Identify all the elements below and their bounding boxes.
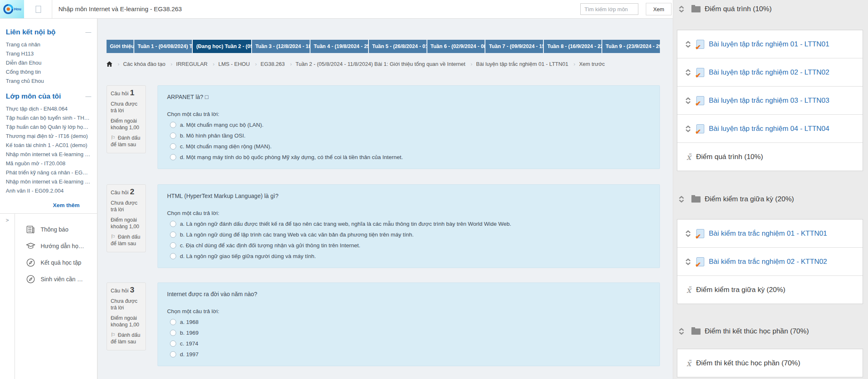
quiz-link[interactable]: Bài luyện tập trắc nghiệm 04 - LTTN04 <box>709 125 829 133</box>
quiz-link[interactable]: Bài kiểm tra trắc nghiệm 01 - KTTN01 <box>709 229 827 238</box>
search-button[interactable]: Xem <box>646 3 672 15</box>
tab-tuan-3[interactable]: Tuần 3 - (12/8/2024 - 18… <box>252 40 310 53</box>
move-icon[interactable] <box>678 328 685 335</box>
grade-card: ✔ Bài kiểm tra trắc nghiệm 01 - KTTN01 ✔… <box>677 219 863 304</box>
course-link[interactable]: Phát triển kỹ năng cá nhân - EG… <box>6 168 91 177</box>
sidebar-link[interactable]: Cổng thông tin <box>6 68 91 77</box>
search-input[interactable] <box>580 3 638 15</box>
answer-option-a[interactable]: a. Là ngôn ngữ đánh dấu được thiết kế ra… <box>170 221 650 227</box>
move-icon[interactable] <box>685 97 691 104</box>
answer-option-d[interactable]: d. Một mạng máy tính do bộ quốc phòng Mỹ… <box>170 154 650 160</box>
course-title: Nhập môn Internet và E-learning - EG38.2… <box>58 0 182 18</box>
grade-item-lttn03: ✔ Bài luyện tập trắc nghiệm 03 - LTTN03 <box>677 86 863 114</box>
breadcrumb-item[interactable]: LMS - EHOU <box>218 61 250 67</box>
radio-button[interactable] <box>170 330 176 336</box>
course-link[interactable]: Kế toán tài chính 1 - AC01 (demo) <box>6 141 91 150</box>
quiz-link[interactable]: Bài luyện tập trắc nghiệm 02 - LTTN02 <box>709 68 829 77</box>
flag-question-link[interactable]: ⚐ Đánh dấu để làm sau <box>111 234 142 247</box>
sidebar-link[interactable]: Diễn đàn Ehou <box>6 58 91 68</box>
main-content: Giới thiệu Tuần 1 - (04/08/2024) Tì… (Đa… <box>98 18 673 379</box>
radio-button[interactable] <box>170 122 176 128</box>
radio-button[interactable] <box>170 319 176 325</box>
move-icon[interactable] <box>685 69 691 76</box>
tab-tuan-8[interactable]: Tuần 8 - (16/9/2024 - 22… <box>544 40 601 53</box>
flag-icon: ⚐ <box>111 234 116 240</box>
quiz-icon: ✔ <box>696 68 704 77</box>
breadcrumb-item[interactable]: Bài luyện tập trắc nghiệm 01 - LTTN01 <box>476 61 568 67</box>
tab-tuan-7[interactable]: Tuần 7 - (09/9/2024 - 15… <box>485 40 543 53</box>
expand-arrow-icon[interactable]: > <box>6 217 9 223</box>
move-icon[interactable] <box>678 6 685 12</box>
radio-button[interactable] <box>170 242 176 249</box>
radio-button[interactable] <box>170 221 176 227</box>
answer-option-c[interactable]: c. Một chuẩn mạng diện rộng (MAN). <box>170 143 650 150</box>
answer-option-a[interactable]: a. 1968 <box>170 319 650 325</box>
tab-tuan-6[interactable]: Tuần 6 - (02/9/2024 - 08… <box>427 40 485 53</box>
tab-tuan-1[interactable]: Tuần 1 - (04/08/2024) Tì… <box>134 40 192 53</box>
radio-button[interactable] <box>170 351 176 357</box>
course-link[interactable]: Tập huấn cán bộ tuyển sinh - TH… <box>6 113 91 123</box>
answer-option-b[interactable]: b. 1969 <box>170 330 650 336</box>
menu-item-student-needs[interactable]: Sinh viên cần … <box>15 271 97 287</box>
answer-option-b[interactable]: b. Là ngôn ngữ dùng để lập trình các tra… <box>170 232 650 238</box>
tab-tuan-9[interactable]: Tuần 9 - (23/9/2024 - 29… <box>602 40 660 53</box>
menu-item-results[interactable]: Kết quả học tập <box>15 254 97 271</box>
breadcrumb-item[interactable]: IRREGULAR <box>176 61 208 67</box>
grade-item-lttn04: ✔ Bài luyện tập trắc nghiệm 04 - LTTN04 <box>677 114 863 142</box>
course-link[interactable]: Anh văn II - EG09.2.004 <box>6 186 91 196</box>
sidebar-link[interactable]: Trang cá nhân <box>6 40 91 49</box>
answer-option-d[interactable]: d. Là ngôn ngữ giao tiếp giữa người dùng… <box>170 253 650 259</box>
question-number: 1 <box>130 88 135 97</box>
answer-option-c[interactable]: c. Địa chỉ dùng để xác định đối tượng nh… <box>170 242 650 249</box>
answer-option-c[interactable]: c. 1974 <box>170 340 650 347</box>
radio-button[interactable] <box>170 143 176 150</box>
ehou-logo[interactable]: Hou <box>0 0 24 18</box>
folder-icon <box>691 6 701 12</box>
breadcrumb-item[interactable]: Tuần 2 - (05/8/2024 - 11/8/2024) Bài 1: … <box>296 61 466 67</box>
tab-tuan-2-active[interactable]: (Đang học) Tuần 2 - (05… <box>193 40 251 53</box>
answer-option-b[interactable]: b. Mô hình phân tầng OSI. <box>170 133 650 139</box>
menu-item-study-guide[interactable]: Hướng dẫn họ… <box>15 238 97 254</box>
question-block-1: Câu hỏi 1 Chưa được trả lời Điểm ngoài k… <box>107 85 660 169</box>
move-icon[interactable] <box>685 126 691 132</box>
course-link[interactable]: Tập huấn cán bộ Quản lý lớp họ… <box>6 123 91 132</box>
nav-toggle-icon[interactable] <box>36 6 41 13</box>
course-link[interactable]: Thương mại điện tử - IT16 (demo) <box>6 132 91 141</box>
breadcrumb-home[interactable] <box>107 61 114 67</box>
sidebar-link[interactable]: Trang H113 <box>6 49 91 58</box>
collapse-minus-icon[interactable]: — <box>85 29 91 35</box>
move-icon[interactable] <box>685 258 691 265</box>
answer-option-d[interactable]: d. 1997 <box>170 351 650 357</box>
answer-option-a[interactable]: a. Một chuẩn mạng cục bộ (LAN). <box>170 122 650 128</box>
collapse-minus-icon[interactable]: — <box>85 93 91 99</box>
move-icon[interactable] <box>678 196 685 203</box>
see-more-link[interactable]: Xem thêm <box>6 202 91 208</box>
quiz-link[interactable]: Bài kiểm tra trắc nghiệm 02 - KTTN02 <box>709 258 827 266</box>
move-icon[interactable] <box>685 41 691 48</box>
home-icon <box>107 61 112 67</box>
mean-xbar-icon: x̄ <box>686 358 691 368</box>
flag-question-link[interactable]: ⚐ Đánh dấu để làm sau <box>111 135 142 148</box>
sidebar-collapse-strip[interactable]: > <box>0 214 15 379</box>
flag-question-link[interactable]: ⚐ Đánh dấu để làm sau <box>111 332 142 345</box>
move-icon[interactable] <box>685 230 691 237</box>
quiz-link[interactable]: Bài luyện tập trắc nghiệm 01 - LTTN01 <box>709 40 829 48</box>
tab-tuan-4[interactable]: Tuần 4 - (19/8/2024 - 25… <box>310 40 368 53</box>
menu-item-notifications[interactable]: Thông báo <box>15 221 97 238</box>
radio-button[interactable] <box>170 232 176 238</box>
radio-button[interactable] <box>170 340 176 347</box>
radio-button[interactable] <box>170 253 176 259</box>
radio-button[interactable] <box>170 154 176 160</box>
breadcrumb-item[interactable]: EG38.263 <box>260 61 285 67</box>
course-link[interactable]: Thực tập dịch - EN48.064 <box>6 104 91 113</box>
quiz-link[interactable]: Bài luyện tập trắc nghiệm 03 - LTTN03 <box>709 97 829 105</box>
breadcrumb-item[interactable]: Các khóa đào tạo <box>123 61 165 67</box>
radio-button[interactable] <box>170 133 176 139</box>
course-link[interactable]: Nhập môn internet và E-learning … <box>6 150 91 159</box>
tab-gioi-thieu[interactable]: Giới thiệu <box>107 40 133 53</box>
tab-tuan-5[interactable]: Tuần 5 - (26/8/2024 - 01… <box>369 40 427 53</box>
breadcrumb-item-current: Xem trước <box>579 61 605 67</box>
sidebar-link[interactable]: Trang chủ Ehou <box>6 77 91 86</box>
course-link[interactable]: Nhập môn internet và E-learning … <box>6 177 91 186</box>
course-link[interactable]: Mã nguồn mở - IT20.008 <box>6 159 91 168</box>
